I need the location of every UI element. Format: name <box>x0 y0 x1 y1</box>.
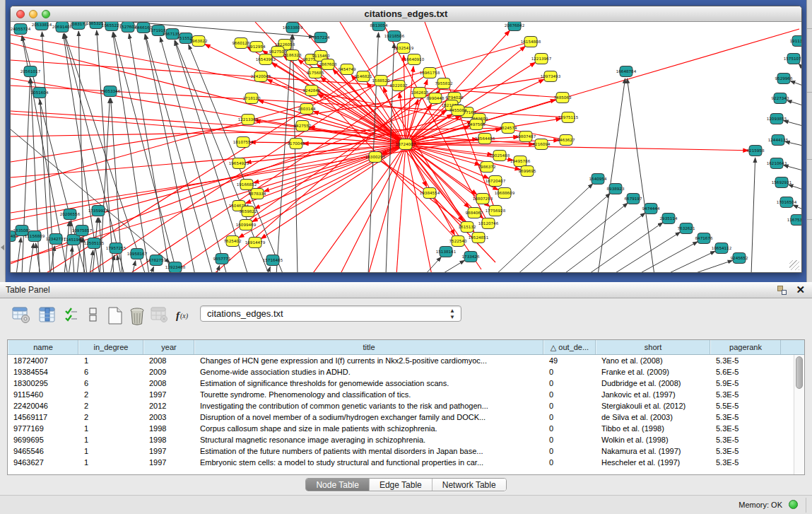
graph-node[interactable]: 8938923 <box>607 184 625 194</box>
graph-node[interactable]: 7485063 <box>554 93 572 103</box>
table-cell[interactable]: Investigating the contribution of common… <box>194 400 543 411</box>
column-header-name[interactable]: name <box>8 340 78 354</box>
table-cell[interactable]: 2 <box>78 411 143 423</box>
table-cell[interactable]: 9463627 <box>8 457 78 468</box>
panel-collapse-arrow-icon[interactable] <box>1 245 4 250</box>
graph-node[interactable]: 19384554 <box>420 188 440 199</box>
vertical-scrollbar[interactable] <box>794 355 804 474</box>
table-cell[interactable]: 0 <box>543 411 596 423</box>
table-cell[interactable]: 2012 <box>143 400 194 411</box>
table-cell[interactable]: 9777169 <box>8 423 78 434</box>
table-cell[interactable]: 0 <box>543 423 596 434</box>
table-cell[interactable]: 1 <box>78 355 143 366</box>
function-builder-icon[interactable]: f (x) <box>175 307 196 324</box>
table-cell[interactable]: Hescheler et al. (1997) <box>596 457 710 468</box>
table-cell[interactable]: 19384554 <box>8 366 78 378</box>
table-cell[interactable]: Structural magnetic resonance image aver… <box>194 434 543 445</box>
minimize-window-icon[interactable] <box>29 10 37 18</box>
graph-node[interactable]: 19524851 <box>469 233 489 243</box>
table-selector-dropdown[interactable]: citations_edges.txt ▲▼ <box>200 305 461 322</box>
table-row[interactable]: 1872400712008Changes of HCN gene express… <box>8 355 794 366</box>
table-cell[interactable]: Yano et al. (2008) <box>596 355 710 366</box>
table-cell[interactable]: 0 <box>543 366 596 378</box>
graph-node[interactable]: 16961758 <box>420 68 440 78</box>
float-panel-icon[interactable] <box>777 286 787 295</box>
graph-node[interactable]: 10958167 <box>127 249 148 259</box>
graph-node[interactable]: 16033809 <box>283 23 303 33</box>
graph-node[interactable]: 10973493 <box>541 71 561 82</box>
graph-node[interactable]: 17957255 <box>106 243 126 254</box>
graph-node[interactable]: 2718120 <box>243 93 261 104</box>
graph-node[interactable]: 3175685 <box>307 68 324 78</box>
table-cell[interactable]: Stergiakouli et al. (2012) <box>596 400 710 411</box>
table-cell[interactable]: 1998 <box>143 434 194 445</box>
tab-edge-table[interactable]: Edge Table <box>370 479 433 491</box>
graph-node[interactable]: 19654923 <box>229 158 249 169</box>
graph-node[interactable]: 9463627 <box>558 135 575 146</box>
table-cell[interactable]: 6 <box>78 378 143 389</box>
table-cell[interactable]: 0 <box>543 445 596 457</box>
network-view-window[interactable]: citations_edges.txt 18724007240557242053… <box>10 6 802 273</box>
graph-node[interactable]: 7857224 <box>312 33 330 43</box>
graph-node[interactable]: 20206556 <box>60 209 81 220</box>
graph-node[interactable]: 8215958 <box>747 146 765 156</box>
table-cell[interactable]: 5.3E-5 <box>710 434 781 445</box>
table-cell[interactable]: Estimation of the future numbers of pati… <box>194 445 543 457</box>
table-cell[interactable]: 5.5E-5 <box>710 400 781 411</box>
graph-node[interactable]: 8186328 <box>284 50 302 61</box>
graph-node[interactable]: 12975115 <box>558 112 579 123</box>
graph-node[interactable]: 6497568 <box>468 119 486 130</box>
graph-node[interactable]: 20876842 <box>505 22 524 31</box>
graph-node[interactable]: 8990448 <box>427 93 445 104</box>
graph-node[interactable]: 12444135 <box>768 135 789 146</box>
table-cell[interactable]: 6 <box>78 366 143 378</box>
table-settings-icon[interactable] <box>12 307 30 324</box>
table-cell[interactable]: 1998 <box>143 423 194 434</box>
graph-node[interactable]: 7522540 <box>449 236 467 247</box>
table-cell[interactable]: Embryonic stem cells: a model to study s… <box>194 457 543 468</box>
column-header-in_degree[interactable]: in_degree <box>78 340 143 354</box>
graph-node[interactable]: 18807293 <box>473 194 493 204</box>
graph-node[interactable]: 7986372 <box>478 162 496 173</box>
table-cell[interactable]: de Silva et al. (2003) <box>596 411 710 423</box>
table-cell[interactable]: Genome-wide association studies in ADHD. <box>194 366 543 378</box>
graph-node[interactable]: 12213967 <box>531 54 552 64</box>
table-cell[interactable]: Tourette syndrome. Phenomenology and cla… <box>194 389 543 400</box>
column-header-year[interactable]: year <box>143 340 194 354</box>
table-cell[interactable]: 2003 <box>143 411 194 423</box>
graph-node[interactable]: 8454749 <box>339 64 356 75</box>
table-row[interactable]: 1456911722003Disruption of a novel membe… <box>8 411 794 423</box>
graph-node[interactable]: 2935114 <box>660 214 678 224</box>
graph-node[interactable]: 5878334 <box>249 189 266 199</box>
graph-node[interactable]: 8322037 <box>390 81 408 91</box>
graph-node[interactable]: 20533814 <box>32 22 52 30</box>
graph-node[interactable]: 10120746 <box>478 218 499 229</box>
graph-node[interactable]: 12093855 <box>767 114 787 124</box>
table-row[interactable]: 969969511998Structural magnetic resonanc… <box>8 434 794 445</box>
table-cell[interactable]: 1 <box>78 434 143 445</box>
graph-node[interactable]: 1733426 <box>462 252 480 262</box>
window-titlebar[interactable]: citations_edges.txt <box>11 6 801 22</box>
table-cell[interactable]: Wolkin et al. (1998) <box>596 434 710 445</box>
table-cell[interactable]: 2 <box>78 400 143 411</box>
table-row[interactable]: 911546021997Tourette syndrome. Phenomeno… <box>8 389 794 400</box>
graph-node[interactable]: 9529966 <box>775 74 793 84</box>
table-cell[interactable]: 0 <box>543 434 596 445</box>
table-cell[interactable]: 5.3E-5 <box>710 411 781 423</box>
graph-node[interactable]: 18107554 <box>233 137 254 148</box>
graph-node[interactable]: 1911304 <box>790 36 801 47</box>
window-resize-grip[interactable] <box>789 260 799 270</box>
graph-node[interactable]: 9245652 <box>731 253 748 264</box>
graph-node[interactable]: 9242848 <box>303 86 321 96</box>
table-row[interactable]: 2242004622012Investigating the contribut… <box>8 400 794 411</box>
table-cell[interactable]: 5.3E-5 <box>710 457 781 468</box>
table-cell[interactable]: Nakamura et al. (1997) <box>596 445 710 457</box>
table-cell[interactable]: Franke et al. (2009) <box>596 366 710 378</box>
zoom-window-icon[interactable] <box>42 10 50 18</box>
table-cell[interactable]: 2008 <box>143 355 194 366</box>
scrollbar-thumb[interactable] <box>796 356 803 389</box>
table-cell[interactable]: Tibbo et al. (1998) <box>596 423 710 434</box>
graph-node[interactable]: 9857771 <box>213 254 231 264</box>
table-cell[interactable]: 9115460 <box>8 389 78 400</box>
left-panel-edge[interactable] <box>0 0 6 282</box>
